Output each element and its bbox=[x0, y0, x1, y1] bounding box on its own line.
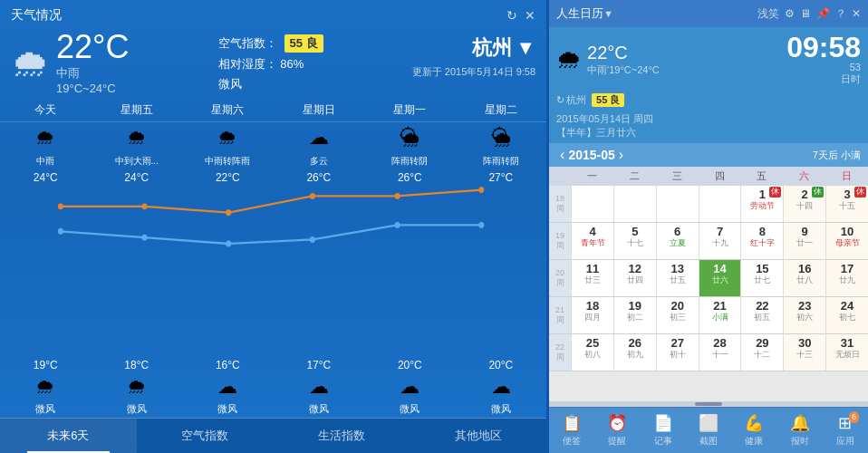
week-num-22: 22 周 bbox=[549, 334, 571, 371]
fc-icon-1: 🌧 bbox=[92, 126, 183, 149]
toolbar-diary[interactable]: 📄 记事 bbox=[641, 411, 686, 449]
day-may-11[interactable]: 11 廿三 bbox=[571, 260, 613, 296]
city-selector[interactable]: 杭州 ▼ bbox=[472, 34, 535, 62]
cal-weather-text: 22°C 中雨'19°C~24°C bbox=[587, 43, 660, 77]
refresh-icon[interactable]: ↻ bbox=[506, 8, 517, 23]
day-may-9[interactable]: 9 廿一 bbox=[783, 223, 825, 259]
day-may-16[interactable]: 16 廿八 bbox=[783, 260, 825, 296]
day-num-4: 4 bbox=[589, 225, 595, 239]
day-lunar-4: 青年节 bbox=[581, 239, 605, 248]
prev-month-button[interactable]: ‹ bbox=[556, 147, 568, 163]
day-may-31[interactable]: 31 无烦日 bbox=[825, 334, 868, 371]
day-num-21: 21 bbox=[713, 299, 726, 313]
svg-point-5 bbox=[478, 187, 484, 193]
cond-4: 阵雨转阴 bbox=[364, 155, 456, 168]
day-num-12: 12 bbox=[629, 262, 641, 276]
day-may-26[interactable]: 26 初九 bbox=[613, 334, 656, 371]
toolbar-chime[interactable]: 🔔 报时 bbox=[776, 411, 822, 449]
scrollbar-thumb bbox=[695, 402, 722, 406]
day-may-4[interactable]: 4 青年节 bbox=[571, 223, 613, 259]
toolbar-reminder[interactable]: ⏰ 提醒 bbox=[594, 411, 640, 449]
toolbar-note[interactable]: 📋 便签 bbox=[549, 411, 594, 449]
cal-time: 09:58 bbox=[786, 33, 861, 62]
day-may-15[interactable]: 15 廿七 bbox=[740, 260, 783, 296]
next-month-button[interactable]: › bbox=[615, 147, 627, 163]
weather-panel: 天气情况 ↻ ✕ 🌧 22°C 中雨 19°C~24°C 空气指数： 55 良 … bbox=[0, 0, 546, 453]
apps-label: 应用 bbox=[836, 435, 854, 448]
tab-other[interactable]: 其他地区 bbox=[410, 419, 546, 453]
day-empty-4 bbox=[699, 186, 741, 222]
day-may-5[interactable]: 5 十七 bbox=[613, 223, 656, 259]
day-may-13[interactable]: 13 廿五 bbox=[656, 260, 699, 296]
toolbar-health[interactable]: 💪 健康 bbox=[731, 411, 776, 449]
day-lunar-7: 十九 bbox=[712, 239, 728, 248]
day-badge-1: 休 bbox=[769, 187, 781, 198]
cal-icon-3[interactable]: 🖥 bbox=[800, 7, 811, 20]
day-may-28[interactable]: 28 十一 bbox=[699, 334, 741, 371]
svg-point-3 bbox=[310, 193, 315, 199]
cal-minimize[interactable]: ？ bbox=[835, 6, 846, 22]
day-may-21[interactable]: 21 小满 bbox=[699, 297, 741, 333]
day-may-2[interactable]: 2 十四 休 bbox=[783, 186, 825, 222]
humidity-row: 相对湿度： 86% bbox=[218, 56, 323, 72]
day-may-7[interactable]: 7 十九 bbox=[699, 223, 741, 259]
day-num-9: 9 bbox=[802, 225, 808, 239]
chart-svg bbox=[18, 186, 528, 258]
day-empty-2 bbox=[613, 186, 656, 222]
weather-center: 空气指数： 55 良 相对湿度： 86% 微风 bbox=[218, 34, 323, 92]
day-may-19[interactable]: 19 初二 bbox=[613, 297, 656, 333]
cal-icon-1[interactable]: 浅笑 bbox=[757, 6, 779, 22]
high-4: 26°C bbox=[364, 171, 456, 184]
day-may-18[interactable]: 18 四月 bbox=[571, 297, 613, 333]
day-may-25[interactable]: 25 初八 bbox=[571, 334, 613, 371]
day-may-17[interactable]: 17 廿九 bbox=[825, 260, 868, 296]
day-may-6[interactable]: 6 立夏 bbox=[656, 223, 699, 259]
close-icon[interactable]: ✕ bbox=[525, 8, 535, 23]
cal-icon-4[interactable]: 📌 bbox=[816, 7, 830, 20]
temperature-chart bbox=[0, 186, 546, 357]
day-may-10[interactable]: 10 母亲节 bbox=[825, 223, 868, 259]
tab-aqi[interactable]: 空气指数 bbox=[137, 419, 274, 453]
cal-close[interactable]: ✕ bbox=[852, 7, 861, 20]
toolbar-screenshot[interactable]: ⬜ 截图 bbox=[686, 411, 731, 449]
tab-life[interactable]: 生活指数 bbox=[274, 419, 410, 453]
settings-icon[interactable]: ⚙ bbox=[785, 7, 795, 20]
day-may-23[interactable]: 23 初六 bbox=[783, 297, 825, 333]
cond-5: 阵雨转阴 bbox=[456, 155, 547, 168]
day-lunar-15: 廿七 bbox=[754, 276, 770, 285]
day-4: 星期一 bbox=[364, 102, 456, 121]
day-may-20[interactable]: 20 初三 bbox=[656, 297, 699, 333]
svg-point-0 bbox=[58, 203, 63, 209]
forecast-low-temps: 19°C 18°C 16°C 17°C 20°C 20°C bbox=[0, 357, 546, 373]
toolbar-apps[interactable]: ⊞ 应用 6 bbox=[823, 411, 868, 449]
week-num-19: 19 周 bbox=[549, 223, 571, 259]
day-may-14-today[interactable]: 14 廿六 bbox=[699, 260, 741, 296]
day-empty-3 bbox=[656, 186, 699, 222]
day-num-22: 22 bbox=[756, 299, 768, 313]
wd-mon: 一 bbox=[571, 167, 613, 186]
fc-icon-b-1: 🌧 bbox=[92, 375, 183, 399]
day-may-24[interactable]: 24 初七 bbox=[825, 297, 868, 333]
wd-thu: 四 bbox=[699, 167, 741, 186]
week-num-18: 18 周 bbox=[549, 186, 571, 222]
day-may-1[interactable]: 1 劳动节 休 bbox=[740, 186, 783, 222]
day-may-22[interactable]: 22 初五 bbox=[740, 297, 783, 333]
day-3: 星期日 bbox=[274, 102, 365, 121]
day-may-8[interactable]: 8 红十字 bbox=[740, 223, 783, 259]
day-lunar-20: 初三 bbox=[670, 313, 686, 323]
week-row-20: 20 周 11 廿三 12 廿四 13 廿五 14 廿六 15 廿七 bbox=[549, 260, 868, 297]
wd-fri: 五 bbox=[740, 167, 783, 186]
day-may-30[interactable]: 30 十三 bbox=[783, 334, 825, 371]
tab-future6days[interactable]: 未来6天 bbox=[0, 419, 137, 453]
day-may-12[interactable]: 12 廿四 bbox=[613, 260, 656, 296]
cond-1: 中到大雨... bbox=[92, 155, 183, 168]
day-may-27[interactable]: 27 初十 bbox=[656, 334, 699, 371]
day-may-29[interactable]: 29 十二 bbox=[740, 334, 783, 371]
cal-aqi-badge: 55 良 bbox=[592, 93, 624, 107]
refresh-small-icon[interactable]: ↻ bbox=[556, 94, 564, 106]
weather-main-icon: 🌧 bbox=[11, 42, 49, 85]
forecast-days: 今天 星期五 星期六 星期日 星期一 星期二 bbox=[0, 95, 546, 122]
low-5: 20°C bbox=[456, 359, 547, 371]
day-num-25: 25 bbox=[586, 336, 599, 351]
day-may-3[interactable]: 3 十五 休 bbox=[825, 186, 868, 222]
